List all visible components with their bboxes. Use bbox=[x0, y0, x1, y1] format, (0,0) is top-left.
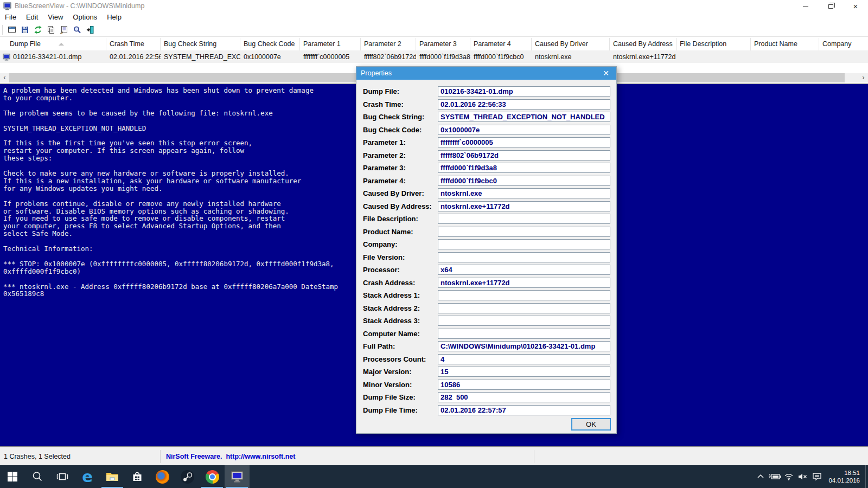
grid-header: Dump File Crash Time Bug Check String Bu… bbox=[0, 38, 868, 51]
table-row[interactable]: 010216-33421-01.dmp 02.01.2016 22:56:33 … bbox=[0, 51, 868, 63]
field-value-parameter-2[interactable]: fffff802`06b9172d bbox=[438, 150, 610, 160]
field-value-company[interactable] bbox=[438, 239, 610, 249]
field-label-crash-address: Crash Address: bbox=[363, 278, 415, 288]
nirsoft-link[interactable]: NirSoft Freeware. http://www.nirsoft.net bbox=[161, 453, 534, 460]
menu-view[interactable]: View bbox=[43, 12, 68, 23]
field-value-bug-check-code[interactable]: 0x1000007e bbox=[438, 125, 610, 135]
close-icon: × bbox=[853, 2, 858, 10]
column-crash-time[interactable]: Crash Time bbox=[106, 38, 161, 50]
field-value-processors-count[interactable]: 4 bbox=[438, 354, 610, 364]
scroll-left-arrow-icon[interactable]: ‹ bbox=[0, 73, 9, 82]
close-button[interactable]: × bbox=[843, 0, 868, 12]
show-desktop-button[interactable] bbox=[865, 465, 868, 488]
action-center-button[interactable] bbox=[810, 465, 824, 488]
field-value-stack-address-1[interactable] bbox=[438, 290, 610, 300]
restore-button[interactable] bbox=[818, 0, 843, 12]
field-value-full-path[interactable]: C:\WINDOWS\Minidump\010216-33421-01.dmp bbox=[438, 341, 610, 351]
properties-button[interactable] bbox=[58, 24, 71, 36]
start-button[interactable] bbox=[0, 465, 25, 488]
field-value-dump-file-time[interactable]: 02.01.2016 22:57:57 bbox=[438, 405, 610, 415]
column-company[interactable]: Company bbox=[819, 38, 868, 50]
tray-volume-button[interactable] bbox=[796, 465, 810, 488]
field-value-stack-address-3[interactable] bbox=[438, 316, 610, 326]
field-value-caused-by-driver[interactable]: ntoskrnl.exe bbox=[438, 188, 610, 198]
field-label-dump-file-time: Dump File Time: bbox=[363, 405, 418, 415]
field-value-dump-file[interactable]: 010216-33421-01.dmp bbox=[438, 86, 610, 97]
ok-button[interactable]: OK bbox=[571, 418, 611, 431]
column-parameter-3[interactable]: Parameter 3 bbox=[416, 38, 470, 50]
field-value-crash-time[interactable]: 02.01.2016 22:56:33 bbox=[438, 99, 610, 110]
refresh-button[interactable] bbox=[31, 24, 44, 36]
taskbar-item-bluescreenview[interactable] bbox=[225, 465, 250, 488]
field-label-full-path: Full Path: bbox=[363, 341, 395, 351]
column-bug-check-code[interactable]: Bug Check Code bbox=[240, 38, 300, 50]
bluescreenview-icon bbox=[230, 470, 244, 484]
properties-dialog: Properties ✕ Dump File:010216-33421-01.d… bbox=[356, 66, 617, 434]
tray-network-button[interactable] bbox=[782, 465, 796, 488]
save-button[interactable] bbox=[18, 24, 31, 36]
search-icon bbox=[31, 471, 43, 483]
taskbar-clock[interactable]: 18:51 04.01.2016 bbox=[828, 469, 860, 484]
menu-edit[interactable]: Edit bbox=[21, 12, 43, 23]
task-view-button[interactable] bbox=[50, 465, 75, 488]
taskbar-item-firefox[interactable] bbox=[150, 465, 175, 488]
field-value-file-version[interactable] bbox=[438, 252, 610, 262]
find-button[interactable] bbox=[71, 24, 84, 36]
scroll-right-arrow-icon[interactable]: › bbox=[859, 73, 868, 82]
battery-icon bbox=[768, 473, 781, 480]
column-product-name[interactable]: Product Name bbox=[751, 38, 819, 50]
field-label-file-description: File Description: bbox=[363, 214, 418, 224]
field-value-bug-check-string[interactable]: SYSTEM_THREAD_EXCEPTION_NOT_HANDLED bbox=[438, 112, 610, 122]
column-caused-by-driver[interactable]: Caused By Driver bbox=[532, 38, 610, 50]
taskbar-item-file-explorer[interactable] bbox=[100, 465, 125, 488]
system-tray: 18:51 04.01.2016 bbox=[754, 465, 868, 488]
field-label-stack-address-1: Stack Address 1: bbox=[363, 290, 420, 300]
advanced-options-icon bbox=[8, 25, 16, 34]
field-value-crash-address[interactable]: ntoskrnl.exe+11772d bbox=[438, 278, 610, 288]
field-value-file-description[interactable] bbox=[438, 214, 610, 224]
column-parameter-1[interactable]: Parameter 1 bbox=[300, 38, 361, 50]
menu-bar: File Edit View Options Help bbox=[0, 12, 868, 23]
field-label-parameter-4: Parameter 4: bbox=[363, 176, 406, 186]
exit-button[interactable] bbox=[84, 24, 97, 36]
field-value-dump-file-size[interactable]: 282 500 bbox=[438, 392, 610, 402]
title-bar: BlueScreenView - C:\WINDOWS\Minidump × bbox=[0, 0, 868, 12]
column-bug-check-string[interactable]: Bug Check String bbox=[161, 38, 240, 50]
store-icon bbox=[131, 470, 144, 483]
menu-help[interactable]: Help bbox=[102, 12, 126, 23]
field-value-caused-by-address[interactable]: ntoskrnl.exe+11772d bbox=[438, 201, 610, 211]
dialog-title-bar[interactable]: Properties bbox=[356, 67, 616, 80]
taskbar-item-chrome[interactable] bbox=[200, 465, 225, 488]
tray-chevron-button[interactable] bbox=[754, 465, 768, 488]
dialog-close-button[interactable]: ✕ bbox=[596, 67, 616, 80]
field-value-product-name[interactable] bbox=[438, 227, 610, 237]
field-label-caused-by-address: Caused By Address: bbox=[363, 201, 432, 211]
taskbar-item-store[interactable] bbox=[125, 465, 150, 488]
field-value-minor-version[interactable]: 10586 bbox=[438, 380, 610, 390]
taskbar-search-button[interactable] bbox=[25, 465, 50, 488]
taskbar-item-edge[interactable]: e bbox=[75, 465, 100, 488]
menu-options[interactable]: Options bbox=[68, 12, 102, 23]
field-value-major-version[interactable]: 15 bbox=[438, 367, 610, 377]
field-label-processors-count: Processors Count: bbox=[363, 354, 426, 364]
field-value-parameter-3[interactable]: ffffd000`f1f9d3a8 bbox=[438, 163, 610, 173]
column-parameter-2[interactable]: Parameter 2 bbox=[361, 38, 416, 50]
chevron-up-icon bbox=[757, 473, 764, 480]
field-value-parameter-4[interactable]: ffffd000`f1f9cbc0 bbox=[438, 176, 610, 186]
field-value-processor[interactable]: x64 bbox=[438, 265, 610, 275]
advanced-options-button[interactable] bbox=[5, 24, 18, 36]
tray-battery-button[interactable] bbox=[768, 465, 782, 488]
column-caused-by-address[interactable]: Caused By Address bbox=[610, 38, 676, 50]
column-parameter-4[interactable]: Parameter 4 bbox=[470, 38, 532, 50]
taskbar-item-steam[interactable] bbox=[175, 465, 200, 488]
restore-icon bbox=[828, 4, 833, 9]
column-file-description[interactable]: File Description bbox=[676, 38, 751, 50]
copy-button[interactable] bbox=[44, 24, 58, 36]
field-value-stack-address-2[interactable] bbox=[438, 303, 610, 313]
field-label-parameter-3: Parameter 3: bbox=[363, 163, 406, 173]
minimize-button[interactable] bbox=[793, 0, 818, 12]
column-dump-file[interactable]: Dump File bbox=[0, 38, 106, 50]
field-value-computer-name[interactable] bbox=[438, 329, 610, 339]
menu-file[interactable]: File bbox=[0, 12, 21, 23]
field-value-parameter-1[interactable]: ffffffff`c0000005 bbox=[438, 137, 610, 147]
